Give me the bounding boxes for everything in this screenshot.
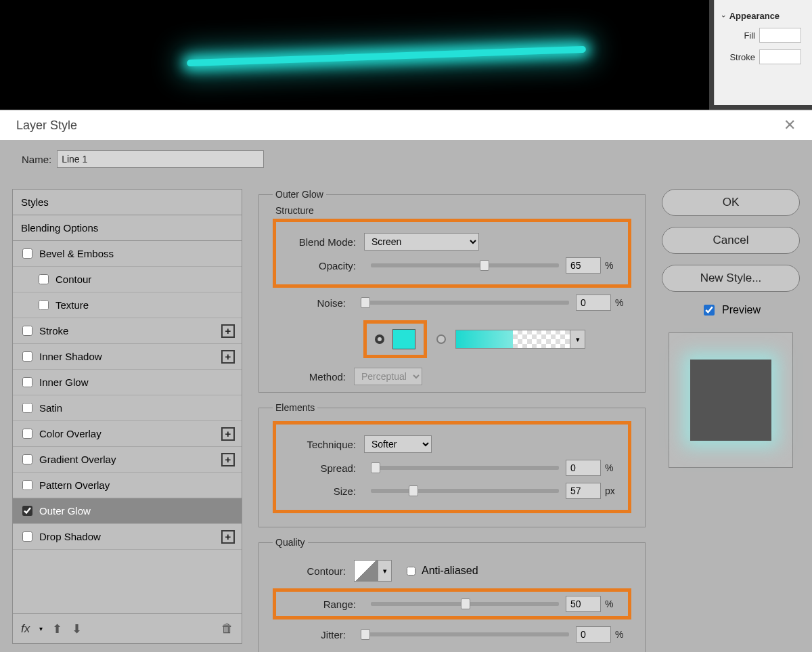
opacity-value[interactable]	[566, 257, 601, 274]
color-radio[interactable]	[375, 334, 384, 344]
new-style-button[interactable]: New Style...	[662, 265, 800, 292]
styles-header[interactable]: Styles	[13, 190, 242, 215]
style-item-gradient-overlay[interactable]: Gradient Overlay+	[13, 447, 242, 473]
fill-swatch[interactable]	[759, 28, 801, 43]
noise-label: Noise:	[273, 297, 354, 309]
style-checkbox[interactable]	[22, 351, 32, 362]
glow-color-swatch[interactable]	[392, 329, 415, 349]
style-label: Inner Glow	[39, 376, 89, 388]
style-item-satin[interactable]: Satin	[13, 395, 242, 421]
contour-dropdown-icon[interactable]: ▾	[378, 560, 392, 582]
spread-slider[interactable]	[371, 466, 559, 470]
jitter-label: Jitter:	[273, 629, 354, 640]
ok-button[interactable]: OK	[662, 189, 800, 216]
jitter-unit: %	[611, 629, 631, 640]
technique-label: Technique:	[283, 439, 364, 450]
outer-glow-group: Outer Glow Structure Blend Mode: Screen …	[258, 189, 646, 393]
trash-icon[interactable]: 🗑	[221, 622, 233, 636]
add-effect-icon[interactable]: +	[221, 324, 235, 338]
blending-options-header[interactable]: Blending Options	[13, 215, 242, 241]
style-item-drop-shadow[interactable]: Drop Shadow+	[13, 524, 242, 550]
style-checkbox[interactable]	[22, 326, 32, 336]
blend-mode-select[interactable]: Screen	[364, 233, 479, 251]
style-item-texture[interactable]: Texture	[13, 292, 242, 318]
style-item-outer-glow[interactable]: Outer Glow	[13, 498, 242, 524]
close-icon[interactable]: ✕	[784, 116, 796, 134]
style-label: Gradient Overlay	[39, 454, 116, 465]
jitter-value[interactable]	[576, 626, 611, 643]
style-item-bevel-emboss[interactable]: Bevel & Emboss	[13, 241, 242, 267]
antialiased-label: Anti-aliased	[422, 565, 478, 577]
name-field[interactable]	[57, 150, 264, 168]
highlight-elements: Technique: Softer Spread: % Size:	[273, 421, 631, 513]
layer-style-dialog: Layer Style ✕ Name: Styles Blending Opti…	[0, 110, 812, 652]
style-checkbox[interactable]	[39, 274, 49, 284]
style-checkbox[interactable]	[22, 429, 32, 439]
range-value[interactable]	[566, 596, 601, 612]
style-label: Stroke	[39, 325, 68, 336]
style-label: Pattern Overlay	[39, 479, 110, 491]
size-slider[interactable]	[371, 489, 559, 493]
style-label: Outer Glow	[39, 505, 91, 517]
opacity-unit: %	[601, 260, 621, 271]
move-down-icon[interactable]: ⬇	[72, 622, 82, 636]
style-checkbox[interactable]	[39, 300, 49, 310]
cancel-button[interactable]: Cancel	[662, 227, 800, 254]
gradient-radio[interactable]	[436, 334, 446, 344]
dialog-titlebar: Layer Style ✕	[0, 110, 812, 140]
noise-slider[interactable]	[361, 301, 569, 305]
style-item-stroke[interactable]: Stroke+	[13, 318, 242, 344]
style-checkbox[interactable]	[22, 480, 32, 490]
style-checkbox[interactable]	[22, 403, 32, 413]
move-up-icon[interactable]: ⬆	[52, 622, 62, 636]
style-item-color-overlay[interactable]: Color Overlay+	[13, 421, 242, 447]
fx-icon[interactable]: fx	[21, 622, 30, 636]
add-effect-icon[interactable]: +	[221, 453, 235, 466]
style-item-inner-shadow[interactable]: Inner Shadow+	[13, 344, 242, 370]
spread-unit: %	[601, 462, 621, 473]
add-effect-icon[interactable]: +	[221, 350, 235, 364]
style-item-pattern-overlay[interactable]: Pattern Overlay	[13, 473, 242, 498]
size-unit: px	[601, 485, 621, 496]
contour-swatch[interactable]	[354, 560, 378, 582]
range-slider[interactable]	[371, 602, 559, 606]
spread-value[interactable]	[566, 460, 601, 476]
style-label: Inner Shadow	[39, 351, 102, 362]
dialog-title: Layer Style	[16, 118, 77, 133]
elements-legend: Elements	[273, 402, 317, 413]
style-checkbox[interactable]	[22, 454, 32, 464]
size-value[interactable]	[566, 483, 601, 499]
stroke-swatch[interactable]	[759, 49, 801, 64]
range-unit: %	[601, 599, 621, 609]
jitter-slider[interactable]	[361, 632, 569, 636]
spread-label: Spread:	[283, 462, 364, 474]
highlight-color	[363, 320, 427, 358]
add-effect-icon[interactable]: +	[221, 427, 235, 441]
size-label: Size:	[283, 485, 364, 497]
style-label: Contour	[55, 274, 91, 285]
quality-legend: Quality	[273, 537, 308, 548]
antialiased-checkbox[interactable]	[407, 567, 415, 575]
opacity-slider[interactable]	[371, 263, 559, 267]
chevron-down-icon: ›	[720, 15, 728, 18]
style-item-inner-glow[interactable]: Inner Glow	[13, 370, 242, 395]
style-item-contour[interactable]: Contour	[13, 267, 242, 292]
style-checkbox[interactable]	[22, 506, 32, 516]
add-effect-icon[interactable]: +	[221, 530, 235, 544]
canvas[interactable]	[0, 0, 709, 112]
appearance-header[interactable]: › Appearance	[723, 11, 807, 21]
noise-value[interactable]	[576, 295, 611, 311]
style-label: Drop Shadow	[39, 531, 101, 542]
style-checkbox[interactable]	[22, 377, 32, 387]
gradient-dropdown-icon[interactable]: ▾	[570, 330, 585, 349]
preview-checkbox[interactable]	[704, 305, 715, 316]
style-checkbox[interactable]	[22, 531, 32, 542]
stroke-label: Stroke	[723, 52, 755, 62]
style-checkbox[interactable]	[22, 248, 32, 259]
style-label: Bevel & Emboss	[39, 248, 114, 259]
gradient-swatch[interactable]	[455, 330, 570, 349]
preview-toggle[interactable]: Preview	[662, 303, 800, 318]
name-label: Name:	[22, 154, 51, 165]
technique-select[interactable]: Softer	[364, 435, 432, 453]
settings-column: Outer Glow Structure Blend Mode: Screen …	[258, 189, 646, 644]
